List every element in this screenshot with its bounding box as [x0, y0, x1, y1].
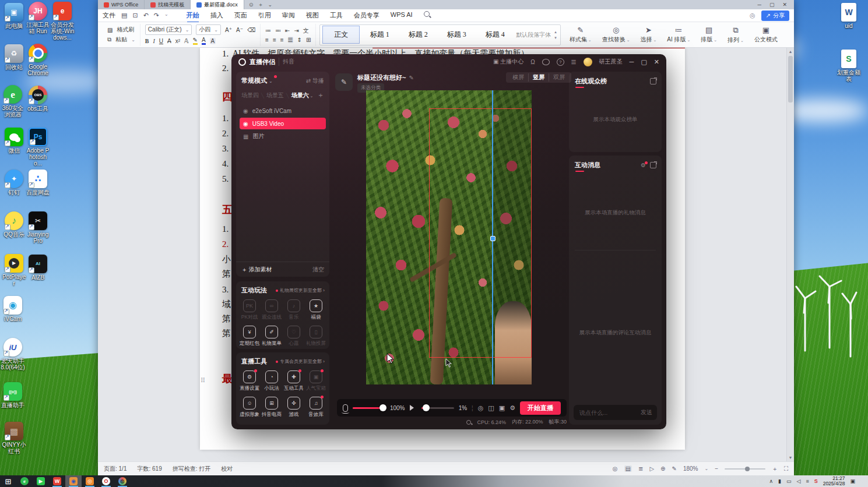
mode-select[interactable]: 常规模式 ⌄ — [241, 76, 273, 85]
file-menu[interactable]: 文件 — [103, 11, 115, 20]
redo-icon[interactable]: ↷ — [154, 12, 159, 19]
text-direction-icon[interactable]: 文 — [303, 27, 309, 35]
bold-icon[interactable]: B — [145, 38, 149, 44]
font-size-select[interactable]: 小四⌄ — [196, 24, 221, 35]
desktop-icon[interactable]: ✦ 钉钉 — [2, 170, 26, 196]
desktop-icon[interactable]: e 360安全浏览器 — [1, 85, 25, 118]
align-center-icon[interactable]: ≡ — [273, 37, 276, 43]
taskbar-app-button[interactable]: ◍ — [114, 475, 131, 487]
send-button[interactable]: 发送 — [641, 408, 652, 417]
slider-knob[interactable] — [379, 404, 386, 411]
source-item[interactable]: ◉ USB3 Video — [240, 118, 326, 129]
scroll-up-arrow-icon[interactable]: ▲ — [787, 48, 794, 54]
proofread-button[interactable]: 校对 — [221, 465, 233, 473]
feature-item[interactable]: ⊞ 抖音电商 — [261, 394, 283, 421]
style-preset[interactable]: 正文 — [322, 26, 360, 44]
maximize-button[interactable]: ▢ — [769, 2, 775, 8]
source-item[interactable]: ▦ 图片 — [240, 130, 326, 142]
ribbon-tool-button[interactable]: ▣ 公文模式 — [749, 26, 783, 44]
taskbar-app-button[interactable]: ⊞ — [0, 475, 16, 487]
wps-document-tab[interactable]: 最新搭建.docx — [191, 0, 244, 9]
feature-item[interactable]: PK PK对战 — [238, 297, 261, 323]
add-material-button[interactable]: ＋ 添加素材 — [241, 266, 272, 274]
undo-icon[interactable]: ↶ — [143, 12, 149, 19]
camera-icon[interactable]: ▣ — [499, 404, 505, 412]
notification-center-icon[interactable]: ▣ — [850, 478, 855, 484]
minimize-button[interactable]: ─ — [630, 58, 634, 65]
edit-mode-icon[interactable]: ✎ — [672, 465, 676, 472]
close-button[interactable]: ✕ — [654, 58, 659, 66]
number-list-icon[interactable]: ≕ — [275, 27, 281, 34]
clear-format-icon[interactable]: ⌫ — [247, 27, 255, 33]
zoom-in-button[interactable]: ＋ — [772, 465, 778, 473]
microphone-icon[interactable] — [343, 404, 348, 412]
word-count[interactable]: 字数: 619 — [137, 465, 161, 473]
page-indicator[interactable]: 页面: 1/1 — [104, 465, 126, 473]
popout-icon[interactable] — [650, 162, 656, 168]
menu-item[interactable]: 开始 — [186, 10, 200, 21]
menu-item[interactable]: 插入 — [210, 10, 224, 21]
superscript-icon[interactable]: x² — [175, 38, 180, 44]
ribbon-tool-button[interactable]: ▤ 排版 — [695, 26, 722, 44]
menu-item[interactable]: 引用 — [258, 10, 272, 21]
microphone-tray-icon[interactable]: ▮ — [778, 478, 781, 484]
taskbar-app-button[interactable]: ▶ — [33, 475, 49, 487]
strikethrough-icon[interactable]: A — [167, 38, 171, 44]
grow-font-icon[interactable]: A⁺ — [225, 27, 232, 33]
desktop-icon[interactable]: S 划重金额表 — [837, 50, 861, 82]
feature-item[interactable]: ✜ 游戏 — [283, 394, 305, 421]
format-painter-label[interactable]: 格式刷 — [117, 26, 134, 34]
desktop-icon[interactable]: ▣ 此电脑 — [2, 3, 26, 29]
scrollbar-thumb[interactable] — [788, 56, 793, 103]
zoom-slider-knob[interactable] — [745, 467, 750, 471]
share-button[interactable]: ↗ 分享 — [761, 10, 789, 21]
feature-item[interactable]: ♪ 音乐 — [283, 297, 305, 323]
char-shading-icon[interactable]: A — [210, 38, 216, 44]
taskbar-app-button[interactable]: ◉ — [65, 475, 82, 487]
eye-icon[interactable]: ◎ — [613, 465, 618, 472]
menu-item[interactable]: 会员专享 — [353, 10, 380, 21]
style-preset[interactable]: 标题 4 — [476, 26, 514, 44]
chat-input[interactable] — [578, 409, 641, 417]
help-icon[interactable]: ? — [557, 58, 564, 66]
input-method-icon[interactable]: ≡ — [806, 478, 809, 484]
desktop-icon[interactable]: e 会员分发系统-Windows... — [50, 2, 75, 41]
slider-knob[interactable] — [423, 404, 430, 411]
avatar[interactable] — [584, 58, 592, 66]
style-preset[interactable]: 标题 1 — [361, 26, 398, 44]
clear-button[interactable]: 清空 — [312, 266, 324, 274]
desktop-icon[interactable]: ▶ PotPlayer — [2, 254, 26, 287]
ribbon-tool-button[interactable]: ➤ 选择 — [635, 26, 662, 44]
menu-item[interactable]: 页面 — [234, 10, 248, 21]
paste-icon[interactable]: ⧉ — [107, 36, 111, 43]
tray-expand-icon[interactable]: ∧ — [769, 478, 773, 484]
view-all-link[interactable]: 全部 › — [312, 287, 325, 294]
desktop-icon[interactable]: ✂ JianyingPro — [26, 211, 50, 244]
scroll-down-arrow-icon[interactable]: ▼ — [787, 456, 794, 460]
paragraph-drag-handle-icon[interactable]: ⠿ — [201, 377, 205, 384]
director-button[interactable]: ⇄ 导播 — [306, 77, 324, 85]
style-preset[interactable]: 默认段落字体 — [515, 27, 552, 43]
page-view-icon[interactable]: ▤ — [624, 465, 632, 472]
web-view-icon[interactable]: ⊕ — [660, 465, 665, 472]
feature-item[interactable]: ✐ 礼物菜单 — [261, 323, 283, 350]
feature-item[interactable]: ☺ 虚拟形象 — [238, 394, 261, 421]
feature-item[interactable]: ◔ 小玩法 — [261, 368, 283, 394]
menu-item[interactable]: WPS AI — [390, 10, 413, 21]
document-scrollbar[interactable]: ▲ ▼ — [786, 48, 794, 461]
justify-icon[interactable]: ☰ — [288, 37, 293, 43]
shading-icon[interactable]: ⊞ — [306, 37, 311, 43]
guide-handle[interactable] — [490, 236, 496, 241]
crop-rectangle[interactable] — [429, 108, 532, 358]
print-icon[interactable]: ⊡ — [132, 12, 138, 19]
video-preview[interactable] — [366, 90, 532, 384]
popout-icon[interactable] — [650, 78, 656, 84]
feature-item[interactable]: ♫ 音效库 — [305, 394, 327, 421]
feature-item[interactable]: ∞ 观众连线 — [261, 297, 283, 323]
volume-tray-icon[interactable]: ◁ — [796, 478, 800, 484]
align-left-icon[interactable]: ≡ — [265, 37, 269, 43]
desktop-icon[interactable]: Ps Adobe Photosho... — [26, 128, 50, 167]
taskbar-app-button[interactable]: O — [98, 475, 114, 487]
format-painter-icon[interactable]: ▨ — [107, 27, 113, 33]
messages-title[interactable]: 互动消息 — [575, 161, 600, 170]
